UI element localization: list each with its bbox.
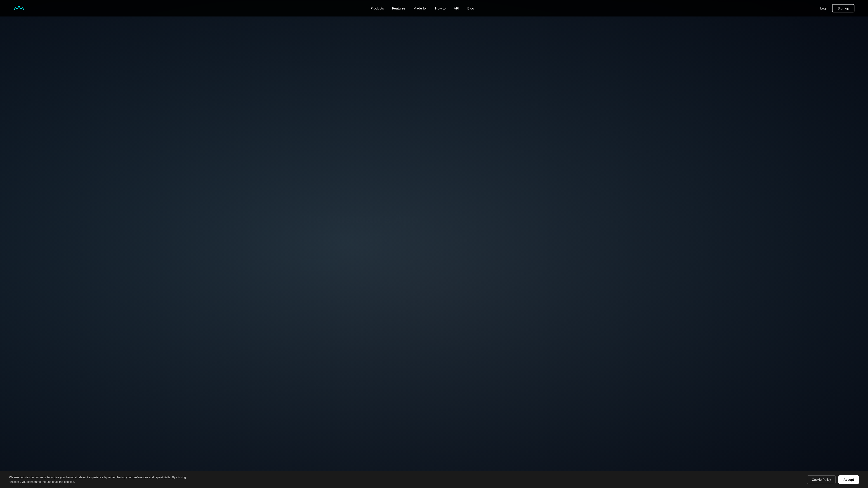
cookie-actions: Cookie Policy Accept xyxy=(807,475,859,484)
logo-icon xyxy=(13,5,24,12)
login-button[interactable]: Login xyxy=(820,6,829,10)
cookie-text: We use cookies on our website to give yo… xyxy=(9,475,190,484)
hero-section: The Musician's App Play your music in an… xyxy=(287,0,581,488)
hero-image-grid xyxy=(450,195,567,307)
nav-item-how-to[interactable]: How to xyxy=(435,6,446,10)
nav-item-made-for[interactable]: Made for xyxy=(413,6,427,10)
nav-links: Products Features Made for How to API Bl… xyxy=(370,6,474,10)
nav-item-products[interactable]: Products xyxy=(370,6,384,10)
navbar: Products Features Made for How to API Bl… xyxy=(0,0,868,17)
nav-item-blog[interactable]: Blog xyxy=(467,6,474,10)
nav-item-features[interactable]: Features xyxy=(392,6,405,10)
nav-actions: Login Sign up xyxy=(820,4,855,12)
cookie-policy-button[interactable]: Cookie Policy xyxy=(807,475,836,484)
accept-cookies-button[interactable]: Accept xyxy=(838,475,859,484)
logo[interactable] xyxy=(13,5,24,12)
hero-image-5 xyxy=(509,271,567,307)
nav-item-api[interactable]: API xyxy=(454,6,459,10)
signup-button[interactable]: Sign up xyxy=(832,4,855,12)
cookie-banner: We use cookies on our website to give yo… xyxy=(0,471,868,488)
